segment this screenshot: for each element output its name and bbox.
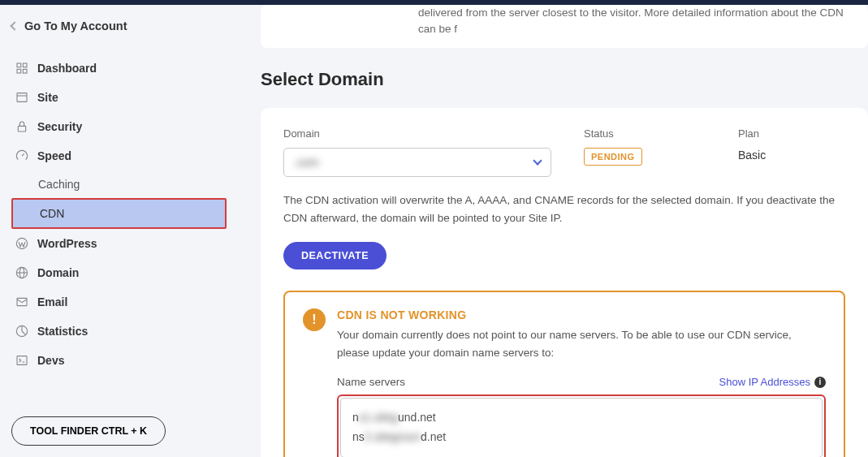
nameserver-1: ns1.sitegund.net	[352, 408, 810, 428]
sidebar-item-label: Dashboard	[37, 62, 97, 75]
show-ip-label: Show IP Addresses	[719, 376, 811, 388]
warning-icon: !	[303, 308, 326, 331]
main-content: delivered from the server closest to the…	[238, 5, 868, 457]
sidebar-item-domain[interactable]: Domain	[11, 258, 227, 287]
domain-label: Domain	[283, 127, 551, 140]
info-banner-text: delivered from the server closest to the…	[272, 5, 857, 38]
sidebar-item-dashboard[interactable]: Dashboard	[11, 54, 227, 83]
lock-icon	[15, 119, 29, 134]
sidebar-item-label: Statistics	[37, 325, 88, 338]
domain-card: Domain .com Status PENDING Plan Basic Th…	[261, 108, 868, 458]
sidebar-item-label: Security	[37, 120, 82, 133]
sidebar-item-label: CDN	[40, 207, 64, 220]
status-badge: PENDING	[584, 148, 642, 166]
sidebar-item-speed[interactable]: Speed	[11, 141, 227, 170]
svg-rect-3	[23, 69, 27, 73]
nameservers-label: Name servers	[337, 376, 405, 388]
info-banner: delivered from the server closest to the…	[261, 5, 868, 48]
status-label: Status	[584, 127, 706, 140]
sidebar-item-site[interactable]: Site	[11, 83, 227, 112]
terminal-icon	[15, 353, 29, 368]
tool-finder-button[interactable]: TOOL FINDER CTRL + K	[11, 416, 166, 446]
chart-icon	[15, 324, 29, 338]
info-icon: i	[814, 377, 826, 388]
nameserver-2: ns2.siteground.net	[352, 428, 810, 447]
account-back-link[interactable]: Go To My Account	[11, 19, 227, 32]
show-ip-link[interactable]: Show IP Addresses i	[719, 376, 827, 388]
sidebar-item-wordpress[interactable]: WordPress	[11, 229, 227, 258]
account-back-label: Go To My Account	[24, 19, 127, 32]
sidebar-item-label: Site	[37, 91, 58, 104]
page-title: Select Domain	[261, 69, 868, 90]
warning-description: Your domain currently does not point to …	[337, 326, 826, 361]
nameservers-box: ns1.sitegund.net ns2.siteground.net	[337, 394, 826, 457]
gauge-icon	[15, 149, 29, 163]
svg-rect-2	[17, 69, 21, 73]
chevron-left-icon	[10, 21, 19, 30]
grid-icon	[15, 61, 29, 75]
plan-value: Basic	[738, 149, 766, 162]
sidebar-item-label: Domain	[37, 266, 79, 279]
sidebar-subitem-caching[interactable]: Caching	[11, 170, 227, 198]
sidebar-item-security[interactable]: Security	[11, 112, 227, 141]
svg-rect-1	[23, 63, 27, 67]
sidebar-item-label: Email	[37, 295, 67, 308]
domain-select-value: .com	[294, 156, 318, 169]
globe-icon	[15, 265, 29, 280]
sidebar-nav: Dashboard Site Security Speed Caching CD…	[11, 54, 227, 375]
svg-rect-14	[17, 356, 27, 365]
svg-line-7	[22, 153, 24, 156]
plan-label: Plan	[738, 127, 845, 140]
chevron-down-icon	[533, 156, 542, 165]
wordpress-icon	[15, 236, 29, 251]
domain-select[interactable]: .com	[283, 148, 551, 177]
svg-rect-0	[17, 63, 21, 67]
mail-icon	[15, 295, 29, 309]
window-icon	[15, 90, 29, 105]
sidebar-item-label: Caching	[38, 178, 80, 191]
sidebar-item-email[interactable]: Email	[11, 287, 227, 317]
sidebar-item-devs[interactable]: Devs	[11, 346, 227, 375]
warning-box: ! CDN IS NOT WORKING Your domain current…	[283, 291, 845, 457]
sidebar-subitem-cdn[interactable]: CDN	[11, 198, 227, 229]
sidebar-item-statistics[interactable]: Statistics	[11, 317, 227, 346]
sidebar: Go To My Account Dashboard Site Security…	[0, 5, 238, 457]
svg-rect-6	[18, 126, 25, 131]
warning-title: CDN IS NOT WORKING	[337, 308, 826, 321]
sidebar-item-label: Speed	[37, 149, 71, 162]
deactivate-button[interactable]: DEACTIVATE	[283, 242, 386, 269]
sidebar-item-label: WordPress	[37, 237, 97, 250]
sidebar-item-label: Devs	[37, 354, 64, 367]
svg-rect-4	[17, 93, 27, 102]
help-text: The CDN activation will overwrite the A,…	[283, 192, 845, 228]
